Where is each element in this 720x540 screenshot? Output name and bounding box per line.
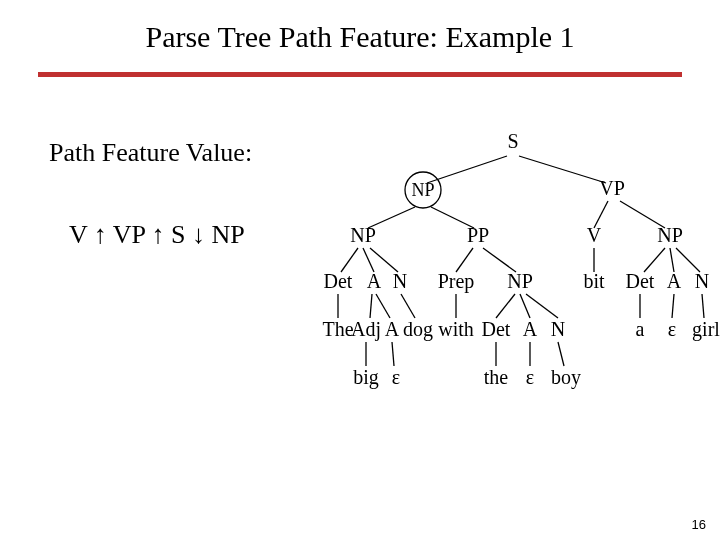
svg-line-8	[363, 248, 374, 272]
tree-node-n1: N	[393, 270, 407, 292]
tree-node-adj: Adj	[351, 318, 381, 341]
page-number: 16	[692, 517, 706, 532]
tree-leaf-eps-big: ε	[392, 366, 400, 388]
svg-line-31	[558, 342, 564, 366]
svg-line-13	[644, 248, 665, 272]
svg-line-10	[456, 248, 473, 272]
svg-line-25	[672, 294, 674, 318]
path-feature-heading: Path Feature Value:	[49, 138, 252, 168]
path-feature-value: V ↑ VP ↑ S ↓ NP	[69, 220, 245, 250]
tree-node-np-r: NP	[657, 224, 683, 246]
tree-leaf-with: with	[438, 318, 474, 340]
svg-line-1	[519, 156, 606, 183]
svg-line-11	[483, 248, 516, 272]
svg-line-0	[427, 156, 507, 183]
tree-leaf-the-cap: The	[322, 318, 353, 340]
tree-node-det2: Det	[482, 318, 511, 340]
tree-leaf-big: big	[353, 366, 379, 389]
svg-line-22	[520, 294, 530, 318]
tree-node-det3: Det	[626, 270, 655, 292]
tree-leaf-boy: boy	[551, 366, 581, 389]
tree-leaf-dog: dog	[403, 318, 433, 341]
tree-leaf-the: the	[484, 366, 509, 388]
tree-leaf-girl: girl	[692, 318, 720, 341]
tree-node-s: S	[507, 130, 518, 152]
title-underline	[38, 72, 682, 77]
svg-line-18	[376, 294, 390, 318]
svg-line-28	[392, 342, 394, 366]
tree-node-prep: Prep	[438, 270, 475, 293]
tree-node-a-mid: A	[523, 318, 538, 340]
tree-node-np-l: NP	[350, 224, 376, 246]
svg-line-19	[401, 294, 415, 318]
tree-node-np-pp: NP	[507, 270, 533, 292]
tree-node-vp: VP	[599, 177, 625, 199]
svg-line-21	[496, 294, 515, 318]
tree-node-np-top: NP	[411, 180, 434, 200]
svg-line-23	[526, 294, 558, 318]
tree-node-det1: Det	[324, 270, 353, 292]
svg-line-15	[676, 248, 700, 272]
tree-leaf-a: a	[636, 318, 645, 340]
tree-node-a1: A	[367, 270, 382, 292]
svg-line-26	[702, 294, 704, 318]
tree-node-a3: A	[667, 270, 682, 292]
tree-node-n3: N	[695, 270, 709, 292]
parse-tree-diagram: S NP VP NP PP V NP Det A N Prep NP bit D…	[308, 128, 720, 458]
svg-line-7	[341, 248, 358, 272]
tree-leaf-eps-the: ε	[526, 366, 534, 388]
tree-node-a2: A	[385, 318, 400, 340]
svg-line-17	[370, 294, 372, 318]
tree-node-pp: PP	[467, 224, 489, 246]
tree-leaf-eps-a: ε	[668, 318, 676, 340]
slide-title: Parse Tree Path Feature: Example 1	[0, 20, 720, 54]
svg-line-9	[370, 248, 398, 272]
tree-node-v: V	[587, 224, 602, 246]
tree-node-n2: N	[551, 318, 565, 340]
tree-leaf-bit: bit	[583, 270, 605, 292]
svg-line-14	[670, 248, 674, 272]
